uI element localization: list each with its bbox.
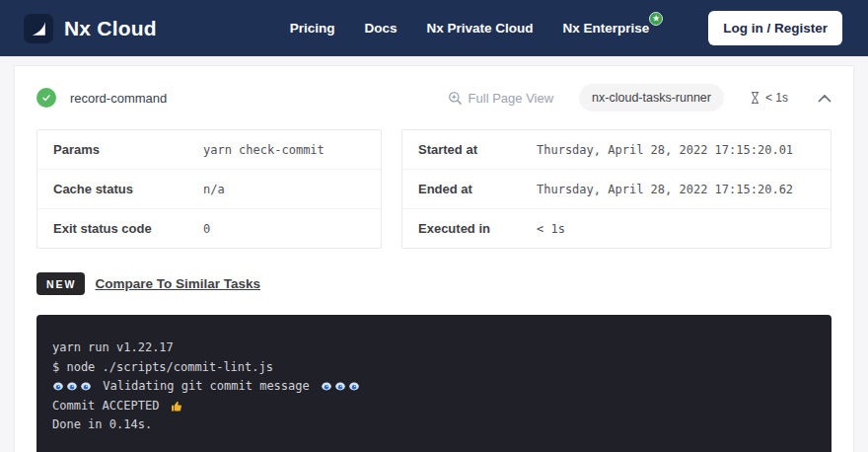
eye-icon (321, 381, 332, 392)
eye-icon (66, 381, 78, 392)
detail-row-cache-status: Cache status n/a (37, 170, 381, 209)
duration-label: < 1s (765, 91, 788, 105)
nav-link-enterprise[interactable]: Nx Enterprise ★ (562, 21, 649, 36)
task-header-actions: Full Page View nx-cloud-tasks-runner < 1… (448, 84, 832, 112)
detail-row-started-at: Started at Thursday, April 28, 2022 17:1… (402, 130, 831, 170)
detail-row-ended-at: Ended at Thursday, April 28, 2022 17:15:… (402, 170, 831, 209)
collapse-toggle[interactable] (818, 94, 832, 103)
brand-title[interactable]: Nx Cloud (64, 17, 157, 40)
eye-icon (52, 381, 64, 392)
compare-row: NEW Compare To Similar Tasks (36, 272, 832, 295)
terminal-output: yarn run v1.22.17 $ node ./scripts/commi… (36, 315, 832, 452)
runner-pill: nx-cloud-tasks-runner (579, 84, 724, 112)
chevron-up-icon (818, 94, 832, 103)
duration: < 1s (750, 91, 788, 105)
detail-panels: Params yarn check-commit Cache status n/… (36, 129, 832, 249)
hourglass-icon (750, 91, 760, 105)
eyes-icon-group (52, 381, 92, 392)
terminal-line-accepted: Commit ACCEPTED (52, 397, 816, 416)
params-panel: Params yarn check-commit Cache status n/… (36, 129, 382, 249)
success-check-icon (36, 88, 56, 108)
zoom-in-icon (448, 91, 463, 106)
star-badge-icon: ★ (649, 12, 663, 26)
eye-icon (80, 381, 92, 392)
eye-icon (334, 381, 346, 392)
navbar: Nx Cloud Pricing Docs Nx Private Cloud N… (0, 0, 868, 56)
full-page-view-link[interactable]: Full Page View (448, 91, 553, 106)
task-header: record-command Full Page View nx-cloud-t… (36, 84, 832, 112)
task-title: record-command (70, 91, 167, 106)
detail-row-executed-in: Executed in < 1s (402, 209, 831, 248)
nx-cloud-logo-icon[interactable] (24, 14, 53, 43)
eye-icon (348, 381, 360, 392)
eyes-icon-group (321, 381, 360, 392)
terminal-line-validating: Validating git commit message (52, 377, 816, 397)
nav-links: Pricing Docs Nx Private Cloud Nx Enterpr… (290, 11, 842, 45)
new-badge: NEW (36, 272, 85, 295)
full-page-view-label: Full Page View (469, 91, 553, 106)
compare-to-similar-tasks-link[interactable]: Compare To Similar Tasks (96, 276, 261, 291)
nav-link-private-cloud[interactable]: Nx Private Cloud (426, 21, 533, 36)
nav-link-docs[interactable]: Docs (364, 21, 397, 36)
sail-icon (29, 19, 48, 38)
detail-row-exit-code: Exit status code 0 (37, 209, 381, 248)
terminal-line: yarn run v1.22.17 (52, 339, 816, 358)
detail-row-params: Params yarn check-commit (37, 130, 381, 170)
terminal-line: Done in 0.14s. (52, 415, 816, 435)
nav-link-pricing[interactable]: Pricing (290, 21, 335, 36)
login-register-button[interactable]: Log in / Register (708, 11, 842, 45)
thumbs-up-icon (171, 400, 183, 413)
task-card: record-command Full Page View nx-cloud-t… (14, 65, 854, 452)
timing-panel: Started at Thursday, April 28, 2022 17:1… (401, 129, 832, 249)
terminal-line: $ node ./scripts/commit-lint.js (52, 358, 816, 378)
